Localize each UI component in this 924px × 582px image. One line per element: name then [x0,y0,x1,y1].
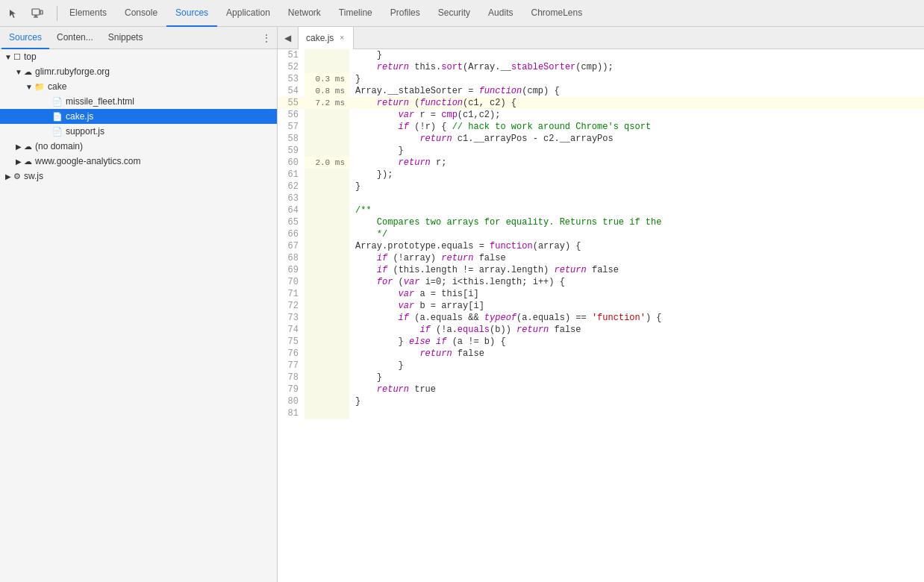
tree-item-sw-js[interactable]: ▶ ⚙ sw.js [0,169,277,184]
table-row: 81 [278,407,924,419]
tab-chromelens[interactable]: ChromeLens [522,0,591,27]
line-number: 64 [278,204,305,216]
code-content: if (!array) return false [349,252,924,264]
tab-network[interactable]: Network [279,0,330,27]
file-icon-cake-js: 📄 [52,112,63,122]
main-layout: Sources Conten... Snippets ⋮ ▼ ☐ top ▼ ☁… [0,27,924,582]
code-content: } [349,73,924,85]
sidebar-tab-content[interactable]: Conten... [49,27,101,49]
code-content: return (function(c1, c2) { [349,97,924,109]
line-timing [305,133,349,145]
line-number: 69 [278,264,305,276]
sidebar-tab-more[interactable]: ⋮ [257,27,275,49]
line-timing [305,348,349,360]
tab-security[interactable]: Security [429,0,479,27]
line-timing [305,61,349,73]
code-content: return r; [349,157,924,169]
line-timing [305,288,349,300]
svg-rect-1 [40,10,43,14]
line-number: 75 [278,336,305,348]
tab-console[interactable]: Console [116,0,166,27]
table-row: 67 Array.prototype.equals = function(arr… [278,240,924,252]
folder-icon-top: ☐ [13,52,21,62]
devtools-nav: Elements Console Sources Application Net… [0,0,924,27]
line-timing [305,49,349,61]
code-panel: ◀ cake.js × 51 } 52 [278,27,924,582]
sidebar-toggle-button[interactable]: ◀ [278,27,299,49]
code-content: var a = this[i] [349,288,924,300]
tree-label-domain: glimr.rubyforge.org [35,66,271,77]
line-number: 52 [278,61,305,73]
tree-item-google-analytics[interactable]: ▶ ☁ www.google-analytics.com [0,154,277,169]
code-tabs-bar: ◀ cake.js × [278,27,924,49]
table-row: 79 return true [278,384,924,395]
code-tab-cake-js[interactable]: cake.js × [299,27,354,49]
svg-rect-0 [32,9,40,15]
line-timing [305,395,349,407]
code-tab-label: cake.js [306,33,334,43]
table-row: 54 0.8 ms Array.__stableSorter = functio… [278,85,924,97]
table-row: 59 } [278,145,924,157]
code-content: return false [349,348,924,360]
tab-timeline[interactable]: Timeline [330,0,381,27]
line-timing [305,240,349,252]
table-row: 62 } [278,181,924,193]
cloud-icon-no-domain: ☁ [24,142,32,151]
sidebar-tab-sources[interactable]: Sources [1,27,49,49]
tree-arrow-sw: ▶ [3,172,13,181]
line-number: 62 [278,181,305,193]
line-timing [305,145,349,157]
table-row: 72 var b = array[i] [278,300,924,312]
device-icon[interactable] [27,3,48,24]
line-number: 70 [278,276,305,288]
code-content: return c1.__arrayPos - c2.__arrayPos [349,133,924,145]
tree-item-domain[interactable]: ▼ ☁ glimr.rubyforge.org [0,64,277,79]
line-number: 77 [278,360,305,372]
table-row: 74 if (!a.equals(b)) return false [278,324,924,336]
line-number: 73 [278,312,305,324]
tree-item-missile-fleet[interactable]: ▶ 📄 missile_fleet.html [0,94,277,109]
table-row: 63 [278,193,924,204]
table-row: 70 for (var i=0; i<this.length; i++) { [278,276,924,288]
code-tab-close[interactable]: × [338,34,346,42]
line-timing [305,204,349,216]
table-row: 56 var r = cmp(c1,c2); [278,109,924,121]
line-timing [305,300,349,312]
line-number: 65 [278,216,305,228]
tab-sources[interactable]: Sources [166,0,217,27]
line-timing: 2.0 ms [305,157,349,169]
tree-item-no-domain[interactable]: ▶ ☁ (no domain) [0,139,277,154]
cursor-icon[interactable] [3,3,24,24]
file-tree: ▼ ☐ top ▼ ☁ glimr.rubyforge.org ▼ 📁 cake [0,49,277,582]
table-row: 52 return this.sort(Array.__stableSorter… [278,61,924,73]
tab-audits[interactable]: Audits [479,0,522,27]
tree-arrow-domain: ▼ [13,68,24,76]
line-timing [305,264,349,276]
tree-item-cake-js[interactable]: ▶ 📄 cake.js [0,109,277,124]
sidebar-tab-snippets[interactable]: Snippets [101,27,151,49]
table-row: 58 return c1.__arrayPos - c2.__arrayPos [278,133,924,145]
line-timing [305,216,349,228]
code-content [349,193,924,204]
tree-arrow-cake: ▼ [24,83,34,91]
table-row: 51 } [278,49,924,61]
code-content: for (var i=0; i<this.length; i++) { [349,276,924,288]
line-timing [305,193,349,204]
code-content: } [349,372,924,384]
code-content: if (a.equals && typeof(a.equals) == 'fun… [349,312,924,324]
line-number: 66 [278,228,305,240]
tab-application[interactable]: Application [217,0,279,27]
code-editor[interactable]: 51 } 52 return this.sort(Array.__stableS… [278,49,924,582]
line-number: 81 [278,407,305,419]
tab-elements[interactable]: Elements [60,0,116,27]
file-icon-support: 📄 [52,127,63,137]
tree-item-top[interactable]: ▼ ☐ top [0,49,277,64]
tree-item-support-js[interactable]: ▶ 📄 support.js [0,124,277,139]
tab-profiles[interactable]: Profiles [381,0,429,27]
line-timing [305,407,349,419]
tree-item-cake-folder[interactable]: ▼ 📁 cake [0,79,277,94]
line-number: 58 [278,133,305,145]
table-row: 69 if (this.length != array.length) retu… [278,264,924,276]
nav-separator [57,6,57,21]
line-number: 72 [278,300,305,312]
